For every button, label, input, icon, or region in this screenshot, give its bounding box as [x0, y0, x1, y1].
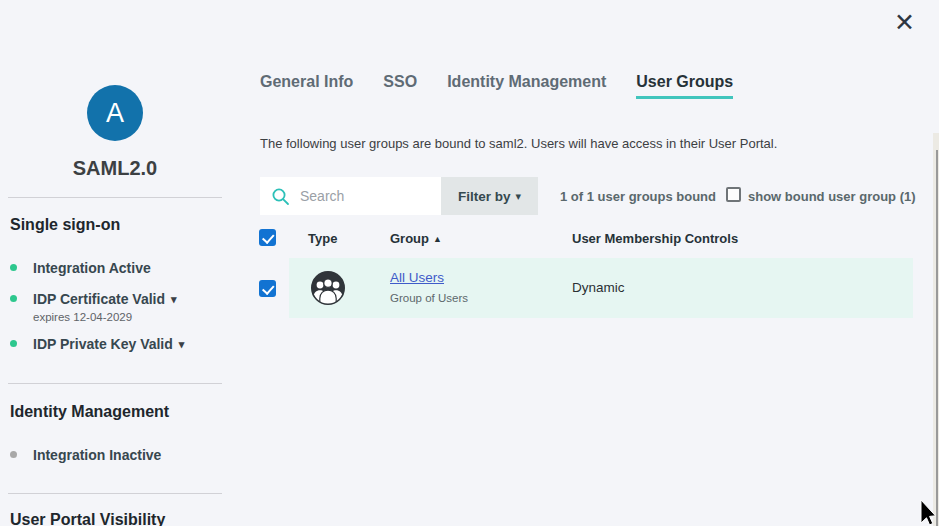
status-integration-active: Integration Active: [33, 260, 151, 276]
status-dot-cert: [10, 295, 17, 302]
status-integration-inactive: Integration Inactive: [33, 447, 161, 463]
avatar-letter: A: [106, 98, 124, 129]
cert-expiry-note: expires 12-04-2029: [33, 311, 132, 323]
section-heading-sso: Single sign-on: [10, 216, 120, 234]
bound-count-text: 1 of 1 user groups bound: [560, 189, 716, 204]
group-of-users-icon: [309, 269, 347, 307]
search-icon: [271, 187, 290, 206]
tab-user-groups[interactable]: User Groups: [636, 73, 733, 99]
column-header-membership: User Membership Controls: [572, 231, 738, 246]
scrollbar-thumb[interactable]: [936, 150, 938, 526]
status-idp-private-key[interactable]: IDP Private Key Valid▾: [33, 336, 184, 352]
status-dot-active: [10, 264, 17, 271]
row-checkbox[interactable]: [259, 280, 276, 297]
tab-identity-management[interactable]: Identity Management: [447, 73, 606, 99]
tab-bar: General Info SSO Identity Management Use…: [260, 73, 733, 99]
close-icon[interactable]: ✕: [894, 10, 915, 35]
sort-ascending-icon: ▲: [433, 234, 442, 244]
page-title: SAML2.0: [0, 157, 230, 180]
status-idp-certificate[interactable]: IDP Certificate Valid▾: [33, 291, 177, 307]
divider: [8, 197, 222, 198]
filter-by-button[interactable]: Filter by ▾: [441, 177, 538, 215]
chevron-down-icon[interactable]: ▾: [171, 293, 177, 305]
bound-groups-description: The following user groups are bound to s…: [260, 136, 777, 151]
group-name-link[interactable]: All Users: [390, 270, 444, 285]
column-header-type: Type: [308, 231, 337, 246]
search-box[interactable]: [260, 177, 441, 215]
show-bound-checkbox[interactable]: [726, 187, 741, 202]
show-bound-label[interactable]: show bound user group (1): [748, 189, 916, 204]
search-input[interactable]: [298, 187, 428, 205]
section-heading-user-portal-visibility: User Portal Visibility: [10, 511, 165, 526]
chevron-down-icon[interactable]: ▾: [179, 338, 185, 350]
chevron-down-icon: ▾: [515, 190, 521, 203]
group-subtitle: Group of Users: [390, 292, 468, 304]
divider: [8, 383, 222, 384]
membership-value: Dynamic: [572, 280, 625, 295]
status-dot-key: [10, 340, 17, 347]
column-header-group[interactable]: Group▲: [390, 231, 442, 246]
avatar: A: [87, 85, 143, 141]
tab-general-info[interactable]: General Info: [260, 73, 353, 99]
status-dot-inactive: [10, 451, 17, 458]
section-heading-identity-management: Identity Management: [10, 403, 169, 421]
mouse-cursor: [916, 498, 939, 526]
select-all-checkbox[interactable]: [259, 229, 276, 246]
tab-sso[interactable]: SSO: [383, 73, 417, 99]
divider: [8, 493, 222, 494]
